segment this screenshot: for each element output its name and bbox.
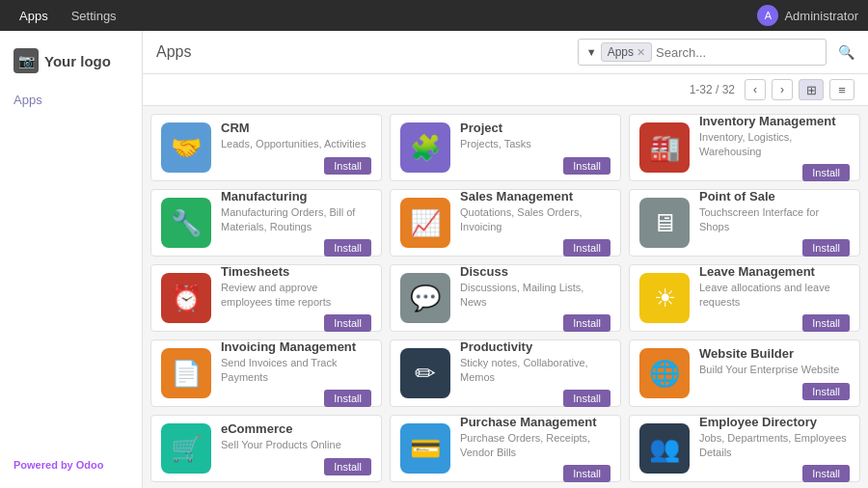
app-desc: Jobs, Departments, Employees Details [699, 431, 850, 459]
top-nav: Apps Settings A Administrator [0, 0, 868, 31]
app-card: ✏ProductivitySticky notes, Collaborative… [390, 339, 621, 407]
search-box: ▼ Apps ✕ [578, 39, 827, 66]
app-icon: 🔧 [161, 198, 211, 248]
main-layout: 📷 Your logo Apps Powered by Odoo Apps ▼ … [0, 31, 868, 488]
nav-item-settings[interactable]: Settings [62, 5, 126, 27]
install-button[interactable]: Install [802, 465, 850, 482]
app-icon: 🤝 [161, 122, 211, 173]
page-title: Apps [156, 43, 191, 61]
install-button[interactable]: Install [324, 458, 371, 475]
app-card: 🖥Point of SaleTouchscreen Interface for … [629, 189, 860, 257]
filter-tag-apps[interactable]: Apps ✕ [601, 42, 652, 62]
app-info: Leave ManagementLeave allocations and le… [699, 264, 850, 332]
app-info: ProductivitySticky notes, Collaborative,… [460, 339, 610, 407]
controls-bar: 1-32 / 32 ‹ › ⊞ ≡ [143, 74, 868, 106]
install-button[interactable]: Install [324, 314, 371, 332]
app-info: Website BuilderBuild Your Enterprise Web… [699, 346, 850, 399]
content-header: Apps ▼ Apps ✕ 🔍 [143, 31, 868, 74]
install-button[interactable]: Install [324, 390, 371, 407]
app-card: ☀Leave ManagementLeave allocations and l… [629, 264, 860, 332]
install-button[interactable]: Install [324, 157, 371, 175]
grid-view-button[interactable]: ⊞ [799, 79, 824, 100]
app-icon: ✏ [400, 348, 450, 398]
app-name: Inventory Management [699, 114, 850, 128]
apps-grid: 🤝CRMLeads, Opportunities, ActivitiesInst… [143, 106, 868, 488]
app-info: ProjectProjects, TasksInstall [460, 121, 610, 174]
app-name: Purchase Management [460, 415, 610, 429]
install-button[interactable]: Install [563, 314, 610, 332]
app-icon: 👥 [639, 423, 690, 474]
app-name: Employee Directory [699, 415, 850, 429]
install-button[interactable]: Install [802, 314, 850, 332]
sidebar-item-apps[interactable]: Apps [0, 89, 142, 111]
sidebar: 📷 Your logo Apps Powered by Odoo [0, 31, 143, 488]
app-name: Website Builder [699, 346, 850, 361]
app-name: Productivity [460, 339, 610, 354]
app-name: Timesheets [221, 264, 371, 279]
app-desc: Quotations, Sales Orders, Invoicing [460, 205, 610, 233]
app-icon: ☀ [639, 273, 690, 323]
install-button[interactable]: Install [802, 383, 850, 400]
app-name: Invoicing Management [221, 339, 371, 354]
app-card: 💳Purchase ManagementPurchase Orders, Rec… [390, 415, 621, 482]
app-card: 🌐Website BuilderBuild Your Enterprise We… [629, 339, 860, 407]
app-card: 📈Sales ManagementQuotations, Sales Order… [390, 189, 621, 257]
list-view-button[interactable]: ≡ [829, 79, 854, 100]
app-icon: 💳 [400, 423, 450, 474]
filter-label: Apps [608, 45, 634, 59]
app-card: 🏭Inventory ManagementInventory, Logistic… [629, 114, 860, 181]
install-button[interactable]: Install [563, 465, 610, 482]
prev-page-button[interactable]: ‹ [745, 79, 766, 100]
nav-item-apps[interactable]: Apps [10, 5, 58, 27]
install-button[interactable]: Install [802, 239, 850, 257]
next-page-button[interactable]: › [772, 79, 793, 100]
install-button[interactable]: Install [563, 157, 610, 175]
app-name: Leave Management [699, 264, 850, 279]
app-info: Sales ManagementQuotations, Sales Orders… [460, 189, 610, 257]
install-button[interactable]: Install [802, 164, 850, 181]
app-icon: 📈 [400, 198, 450, 248]
app-icon: 🌐 [639, 348, 690, 398]
app-desc: Touchscreen Interface for Shops [699, 205, 850, 233]
app-info: Point of SaleTouchscreen Interface for S… [699, 189, 850, 257]
app-card: 🧩ProjectProjects, TasksInstall [390, 114, 621, 181]
app-card: ⏰TimesheetsReview and approve employees … [150, 264, 382, 332]
app-info: Employee DirectoryJobs, Departments, Emp… [699, 415, 850, 482]
app-icon: 🏭 [639, 122, 690, 173]
search-icon[interactable]: 🔍 [838, 44, 854, 60]
app-name: Discuss [460, 264, 610, 279]
app-card: 💬DiscussDiscussions, Mailing Lists, News… [390, 264, 621, 332]
app-card: 📄Invoicing ManagementSend Invoices and T… [150, 339, 382, 407]
app-icon: 💬 [400, 273, 450, 323]
logo-area: 📷 Your logo [0, 41, 142, 89]
app-desc: Build Your Enterprise Website [699, 363, 850, 376]
top-nav-right: A Administrator [757, 5, 858, 26]
app-info: Purchase ManagementPurchase Orders, Rece… [460, 415, 610, 482]
app-desc: Discussions, Mailing Lists, News [460, 281, 610, 309]
logo-text: Your logo [44, 53, 111, 69]
app-icon: 🖥 [639, 198, 690, 248]
app-info: ManufacturingManufacturing Orders, Bill … [221, 189, 371, 257]
install-button[interactable]: Install [563, 239, 610, 257]
app-name: Sales Management [460, 189, 610, 203]
app-name: Point of Sale [699, 189, 850, 203]
search-input[interactable] [656, 45, 818, 60]
app-info: eCommerceSell Your Products OnlineInstal… [221, 421, 371, 474]
app-desc: Review and approve employees time report… [221, 281, 371, 309]
app-name: eCommerce [221, 421, 371, 436]
app-info: Inventory ManagementInventory, Logistics… [699, 114, 850, 181]
app-desc: Inventory, Logistics, Warehousing [699, 130, 850, 158]
app-info: DiscussDiscussions, Mailing Lists, NewsI… [460, 264, 610, 332]
logo-camera-icon: 📷 [14, 48, 39, 73]
app-icon: 🛒 [161, 423, 211, 474]
app-desc: Leave allocations and leave requests [699, 281, 850, 309]
filter-remove-icon[interactable]: ✕ [637, 46, 645, 59]
install-button[interactable]: Install [324, 239, 371, 257]
app-name: Manufacturing [221, 189, 371, 203]
app-desc: Send Invoices and Track Payments [221, 356, 371, 384]
app-name: CRM [221, 121, 371, 135]
install-button[interactable]: Install [563, 390, 610, 407]
app-name: Project [460, 121, 610, 135]
app-icon: 📄 [161, 348, 211, 398]
pagination-info: 1-32 / 32 [690, 83, 735, 96]
